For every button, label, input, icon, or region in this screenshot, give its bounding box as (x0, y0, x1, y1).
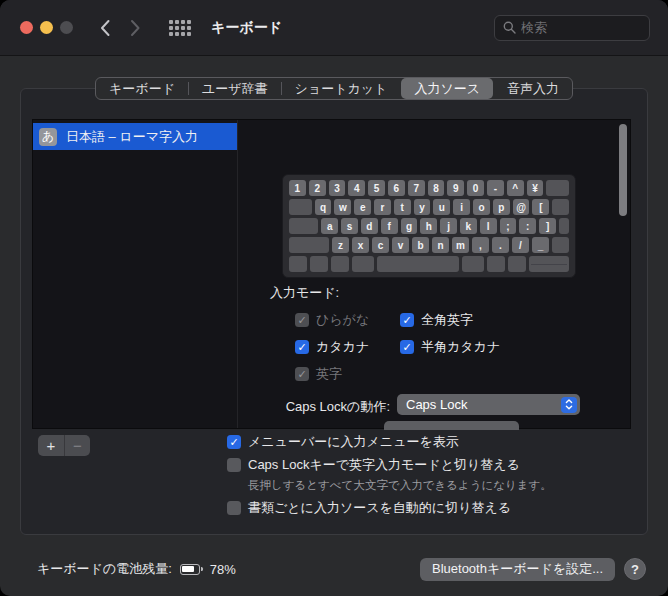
modifier-key (508, 256, 526, 272)
source-detail-pane: 1234567890-^¥qwertyuiop@[asdfghjkl;:]zxc… (238, 120, 630, 428)
checkbox-icon[interactable]: ✓ (295, 340, 309, 354)
modifier-key (289, 256, 307, 272)
modifier-key (552, 199, 569, 215)
search-input[interactable] (521, 20, 641, 35)
key-^: ^ (507, 180, 524, 196)
add-input-source-button[interactable]: + (38, 435, 64, 456)
tab-3[interactable]: 入力ソース (401, 78, 493, 99)
setup-bluetooth-keyboard-button[interactable]: Bluetoothキーボードを設定... (420, 558, 615, 581)
key-;: ; (500, 218, 517, 234)
modifier-key (289, 237, 329, 253)
show-all-grid-icon[interactable] (169, 20, 191, 36)
checkbox-label: メニューバーに入力メニューを表示 (248, 433, 459, 451)
key-c: c (372, 237, 389, 253)
remove-input-source-button: − (64, 435, 90, 456)
key-3: 3 (329, 180, 346, 196)
key-g: g (401, 218, 418, 234)
checkbox-icon[interactable]: ✓ (227, 435, 241, 449)
key-6: 6 (388, 180, 405, 196)
checkbox-icon[interactable]: ✓ (400, 313, 414, 327)
keyboard-row: 1234567890-^¥ (289, 180, 569, 196)
modifier-key (331, 256, 349, 272)
caps-lock-action-label: Caps Lockの動作: (238, 398, 390, 416)
input-sources-panel: あ日本語 – ローマ字入力 1234567890-^¥qwertyuiop@[a… (20, 88, 648, 535)
key-d: d (361, 218, 378, 234)
key-]: ] (539, 218, 556, 234)
split-pane: あ日本語 – ローマ字入力 1234567890-^¥qwertyuiop@[a… (32, 119, 631, 429)
key-m: m (452, 237, 469, 253)
key-n: n (432, 237, 449, 253)
close-button[interactable] (20, 21, 33, 34)
caps-lock-action-popup[interactable]: Caps Lock (397, 394, 580, 415)
checkbox-icon: ✓ (295, 313, 309, 327)
modifier-key (559, 218, 569, 234)
key-p: p (493, 199, 510, 215)
key-k: k (460, 218, 477, 234)
popup-updown-chevron-icon (561, 397, 577, 413)
caps-lock-action-value: Caps Lock (406, 397, 467, 412)
help-button[interactable]: ? (624, 558, 646, 580)
key-i: i (453, 199, 470, 215)
modifier-key (377, 256, 459, 272)
key-[: [ (532, 199, 549, 215)
tab-0[interactable]: キーボード (96, 78, 188, 99)
scrollbar-thumb[interactable] (619, 124, 627, 216)
key-h: h (420, 218, 437, 234)
keyboard-row: qwertyuiop@[ (289, 199, 569, 215)
key-¥: ¥ (527, 180, 544, 196)
key-:: : (519, 218, 536, 234)
option-checkbox[interactable]: ✓メニューバーに入力メニューを表示 (227, 435, 552, 449)
tab-bar: キーボードユーザ辞書ショートカット入力ソース音声入力 (0, 77, 668, 100)
keyboard-layout-preview: 1234567890-^¥qwertyuiop@[asdfghjkl;:]zxc… (282, 174, 576, 278)
key-j: j (440, 218, 457, 234)
checkbox-icon[interactable]: ✓ (400, 340, 414, 354)
modifier-key (352, 256, 374, 272)
minimize-button[interactable] (40, 21, 53, 34)
zoom-button (60, 21, 73, 34)
option-note: 長押しするとすべて大文字で入力できるようになります。 (248, 478, 552, 493)
keyboard-row: zxcvbnm,./_ (289, 237, 569, 253)
key-0: 0 (467, 180, 484, 196)
battery-icon (180, 564, 203, 575)
tab-2[interactable]: ショートカット (282, 78, 401, 99)
key-f: f (381, 218, 398, 234)
input-mode-option[interactable]: ✓全角英字 (400, 313, 500, 327)
checkbox-label: ひらがな (316, 311, 369, 329)
input-mode-option[interactable]: ✓カタカナ (295, 340, 369, 354)
option-checkbox[interactable]: ✓Caps Lockキーで英字入力モードと切り替える (227, 458, 552, 472)
key-y: y (414, 199, 431, 215)
key-v: v (392, 237, 409, 253)
key-t: t (394, 199, 411, 215)
input-mode-option: ✓英字 (295, 367, 369, 381)
checkbox-label: 全角英字 (421, 311, 473, 329)
key-8: 8 (428, 180, 445, 196)
key-@: @ (513, 199, 530, 215)
window-title: キーボード (211, 19, 282, 37)
option-checkbox[interactable]: ✓書類ごとに入力ソースを自動的に切り替える (227, 501, 552, 515)
chevron-left-icon (99, 19, 111, 37)
tab-1[interactable]: ユーザ辞書 (189, 78, 281, 99)
tab-4[interactable]: 音声入力 (494, 78, 572, 99)
input-source-list: あ日本語 – ローマ字入力 (33, 120, 238, 428)
footer-bar: キーボードの電池残量: 78% Bluetoothキーボードを設定... ? (0, 556, 668, 582)
key-4: 4 (348, 180, 365, 196)
modifier-key (462, 256, 484, 272)
back-button[interactable] (97, 17, 113, 39)
modifier-key (289, 218, 318, 234)
key-7: 7 (408, 180, 425, 196)
forward-button[interactable] (127, 17, 143, 39)
key--: - (487, 180, 504, 196)
checkbox-icon[interactable]: ✓ (227, 501, 241, 515)
add-remove-control: + − (38, 435, 90, 456)
input-mode-option[interactable]: ✓半角カタカナ (400, 340, 500, 354)
key-5: 5 (368, 180, 385, 196)
search-field[interactable] (494, 15, 650, 41)
input-mode-column-left: ✓ひらがな✓カタカナ✓英字 (295, 313, 369, 381)
next-setting-popup-partial[interactable] (384, 421, 519, 430)
checkbox-label: カタカナ (316, 338, 369, 356)
checkbox-icon[interactable]: ✓ (227, 458, 241, 472)
key-_: _ (532, 237, 549, 253)
key-.: . (492, 237, 509, 253)
input-source-item[interactable]: あ日本語 – ローマ字入力 (33, 123, 237, 150)
battery-label: キーボードの電池残量: (37, 560, 172, 578)
